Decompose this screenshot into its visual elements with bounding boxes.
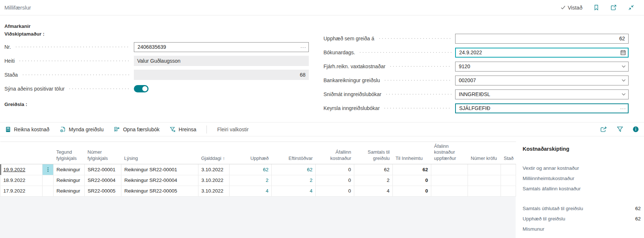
field-row-journal-template: Sniðmát inngreiðslubókar INNGREIÐSL xyxy=(323,87,629,101)
create-payment-button[interactable]: Mynda greiðslu xyxy=(60,127,104,132)
total-allocated-value: 62 xyxy=(635,206,641,211)
clear-filter-label: Hreinsa xyxy=(179,127,196,132)
amount-to-pay-input[interactable] xyxy=(455,34,629,44)
amount-link[interactable]: 2 xyxy=(266,177,268,183)
col-header-amount[interactable]: Upphæð xyxy=(230,142,272,164)
payment-group-label: Greiðsla : xyxy=(4,102,309,109)
status-field: 68 xyxy=(134,70,309,80)
interest-account-label: Fjárh.reikn. vaxtakostnaðar xyxy=(323,63,385,69)
clear-filter-button[interactable]: Hreinsa xyxy=(170,127,196,132)
dotted-leader xyxy=(359,52,451,53)
row-menu-cell[interactable]: ⋮ xyxy=(43,164,54,175)
claim-no-cell xyxy=(468,175,501,186)
factbox-total-line: Mismunur xyxy=(523,224,641,234)
col-header-accrued-updated[interactable]: Áfalinn kostnaður uppfærður xyxy=(431,142,468,164)
chevron-down-icon xyxy=(621,78,626,83)
interest-other-cost-label: Vextir og annar kostnaður xyxy=(523,165,579,171)
remaining-link[interactable]: 4 xyxy=(310,188,312,194)
journal-batch-input[interactable] xyxy=(455,103,629,113)
customer-lookup-ellipsis-icon[interactable]: ··· xyxy=(300,45,306,50)
to-collect-cell: 0 xyxy=(393,175,431,186)
row-menu-cell[interactable] xyxy=(43,186,54,196)
total-to-pay-cell: 4 xyxy=(354,186,393,196)
header-actions: Vistað xyxy=(560,4,634,11)
more-options-button[interactable]: Fleiri valkostir xyxy=(217,127,249,132)
col-header-remaining[interactable]: Eftirstöðvar xyxy=(272,142,316,164)
doc-no-cell: SR22-00004 xyxy=(85,175,121,186)
open-journal-button[interactable]: Opna færslubók xyxy=(114,127,160,132)
calculate-costs-button[interactable]: Reikna kostnað xyxy=(5,127,50,132)
dotted-leader xyxy=(18,60,130,62)
total-to-pay-cell: 2 xyxy=(354,175,393,186)
collapse-window-icon[interactable] xyxy=(628,4,634,11)
col-header-to-collect[interactable]: Til Innheimtu xyxy=(393,142,431,164)
posting-date-input[interactable] xyxy=(455,48,629,58)
filters-section: Afmarkanir Viðskiptamaður : Nr. ··· Heit… xyxy=(4,23,309,109)
col-header-status[interactable]: Stað xyxy=(501,142,516,164)
toolbar-separator xyxy=(206,125,207,133)
remaining-link[interactable]: 2 xyxy=(310,177,312,183)
due-date-cell: 3.10.2022 xyxy=(198,186,230,196)
status-cell xyxy=(501,186,516,196)
bookmark-icon[interactable] xyxy=(593,4,599,11)
description-cell: Reikningur SR22-00001 xyxy=(121,164,198,175)
factbox-line: Samtals áfallinn kostnaður xyxy=(523,183,641,194)
col-header-doc-type[interactable]: Tegund fylgiskjals xyxy=(54,142,85,164)
cost-split-factbox: Kostnaðarskipting Vextir og annar kostna… xyxy=(523,146,641,234)
dotted-leader xyxy=(15,46,130,48)
to-collect-cell: 62 xyxy=(393,164,431,175)
col-header-menu xyxy=(43,142,54,164)
entry-date-link[interactable]: 18.9.2022 xyxy=(3,177,25,183)
accrued-cost-cell: 0 xyxy=(316,186,354,196)
field-row-heiti: Heiti Valur Guðlaugsson xyxy=(4,54,309,68)
col-header-due-date[interactable]: Gjalddagi ↑ xyxy=(198,142,230,164)
amount-link[interactable]: 62 xyxy=(263,167,268,172)
factbox-title: Kostnaðarskipting xyxy=(523,146,641,152)
share-icon[interactable] xyxy=(600,126,607,132)
calendar-icon[interactable] xyxy=(620,50,626,55)
entry-date-link[interactable]: 19.9.2022 xyxy=(3,167,25,172)
col-header-description[interactable]: Lýsing xyxy=(121,142,198,164)
entry-date-link[interactable]: 17.9.2022 xyxy=(3,188,25,194)
accrued-updated-cell xyxy=(431,164,468,175)
col-header-claim-no[interactable]: Númer kröfu xyxy=(468,142,501,164)
col-header-accrued-cost[interactable]: Áfallinn kostnaður xyxy=(316,142,354,164)
chevron-down-icon xyxy=(621,92,626,97)
col-header-doc-no[interactable]: Númer fylgiskjals xyxy=(85,142,121,164)
table-row: 19.9.2022 ⋮ Reikningur SR22-00001 Reikni… xyxy=(0,164,516,175)
factbox-total-line: Samtals úthlutað til greiðslu 62 xyxy=(523,203,641,213)
journal-template-label: Sniðmát inngreiðslubókar xyxy=(323,91,381,97)
info-icon[interactable] xyxy=(633,126,639,132)
calculator-icon xyxy=(5,127,11,132)
action-toolbar: Reikna kostnað Mynda greiðslu Opna færsl… xyxy=(0,122,644,136)
check-icon xyxy=(560,5,566,10)
clear-filter-icon xyxy=(170,127,176,132)
toolbar-right-icons xyxy=(600,126,639,132)
saved-label: Vistað xyxy=(568,5,582,11)
open-in-new-window-icon[interactable] xyxy=(610,4,617,11)
filter-icon[interactable] xyxy=(617,126,623,132)
doc-no-cell: SR22-00005 xyxy=(85,186,121,196)
bank-account-select[interactable]: 002007 xyxy=(455,76,629,85)
journal-template-value: INNGREIÐSL xyxy=(459,91,490,97)
page-title: Millifærslur xyxy=(4,4,31,11)
doc-no-cell: SR22-00001 xyxy=(85,164,121,175)
amount-link[interactable]: 4 xyxy=(266,188,268,194)
customer-no-input[interactable] xyxy=(134,42,309,52)
journal-template-select[interactable]: INNGREIÐSL xyxy=(455,89,629,99)
col-header-total-to-pay[interactable]: Samtals til greiðslu xyxy=(354,142,393,164)
dotted-leader xyxy=(383,107,451,109)
amount-to-pay-total-value: 62 xyxy=(635,216,641,221)
intermediate-collection-cost-label: Milliinnheimtukostnaður xyxy=(523,176,574,181)
posting-date-label: Bókunardags. xyxy=(323,50,355,55)
interest-account-select[interactable]: 9120 xyxy=(455,62,629,72)
entries-grid-area: Tegund fylgiskjals Númer fylgiskjals Lýs… xyxy=(0,142,516,238)
journal-batch-lookup-ellipsis-icon[interactable]: ··· xyxy=(620,106,626,111)
positive-toggle-label: Sýna aðeins positivar tölur xyxy=(4,86,65,92)
positive-only-toggle[interactable] xyxy=(134,85,149,92)
row-menu-cell[interactable] xyxy=(43,175,54,186)
amount-to-pay-total-label: Upphæð til greiðslu xyxy=(523,216,565,221)
remaining-link[interactable]: 62 xyxy=(307,167,312,172)
amount-to-pay-label: Upphæð sem greiða á xyxy=(323,36,374,41)
calculate-costs-label: Reikna kostnað xyxy=(14,127,50,132)
